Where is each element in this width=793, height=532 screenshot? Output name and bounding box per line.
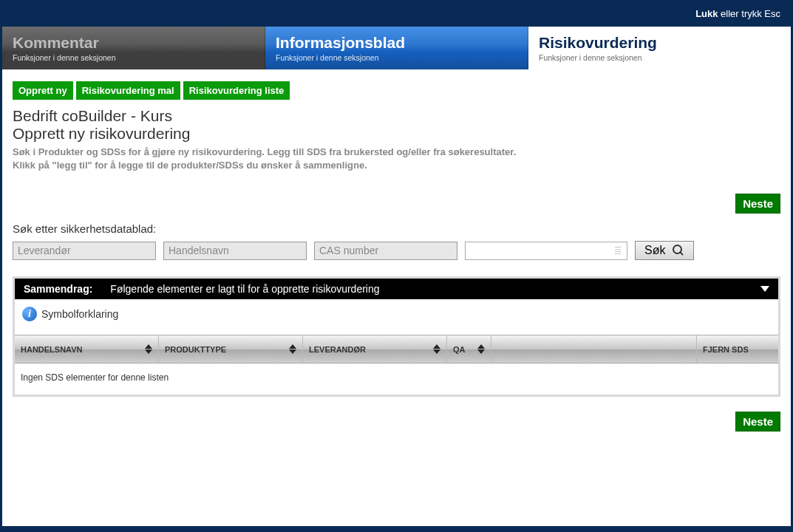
search-section-label: Søk etter sikkerhetsdatablad: — [13, 222, 780, 235]
next-button-top[interactable]: Neste — [735, 194, 780, 214]
legend-row: i Symbolforklaring — [15, 299, 778, 335]
search-icon — [673, 245, 684, 256]
close-bold: Lukk — [695, 8, 718, 19]
th-empty — [491, 335, 697, 363]
cas-input[interactable] — [314, 242, 457, 260]
tab-risikovurdering[interactable]: Risikovurdering Funksjoner i denne seksj… — [528, 27, 791, 69]
risikovurdering-liste-button[interactable]: Risikovurdering liste — [183, 81, 290, 100]
tab-info-title: Informasjonsblad — [276, 34, 517, 52]
search-row: Søk — [13, 241, 780, 260]
sort-down-icon — [477, 349, 485, 354]
sort-produkttype[interactable] — [289, 344, 296, 354]
close-hint: eller trykk Esc — [718, 8, 780, 19]
tab-kommentar-sub: Funksjoner i denne seksjonen — [13, 53, 254, 62]
summary-label: Sammendrag: — [24, 283, 92, 295]
instructions: Søk i Produkter og SDSs for å gjøre ny r… — [13, 146, 780, 171]
instructions-line1: Søk i Produkter og SDSs for å gjøre ny r… — [13, 146, 780, 159]
info-icon[interactable]: i — [22, 307, 37, 321]
section-tabs: Kommentar Funksjoner i denne seksjonen I… — [2, 27, 791, 69]
sort-qa[interactable] — [477, 344, 485, 354]
summary-text: Følgende elementer er lagt til for å opp… — [110, 283, 760, 295]
th-qa[interactable]: QA — [447, 335, 491, 363]
chevron-down-icon[interactable] — [760, 286, 769, 292]
opprett-ny-button[interactable]: Opprett ny — [13, 81, 73, 100]
page-title-company: Bedrift coBuilder - Kurs — [13, 107, 780, 125]
tab-kommentar[interactable]: Kommentar Funksjoner i denne seksjonen — [2, 27, 265, 69]
search-button-label: Søk — [644, 244, 665, 257]
th-fjern-label: FJERN SDS — [703, 345, 749, 354]
th-leverandor[interactable]: LEVERANDØR — [303, 335, 447, 363]
table-empty-message: Ingen SDS elementer for denne listen — [15, 364, 778, 395]
th-qa-label: QA — [453, 345, 466, 354]
filter-dropdown[interactable] — [465, 242, 627, 260]
tab-risiko-sub: Funksjoner i denne seksjonen — [539, 53, 780, 62]
top-bar: Lukk eller trykk Esc — [2, 2, 791, 27]
th-fjern-sds: FJERN SDS — [697, 335, 778, 363]
tab-kommentar-title: Kommentar — [13, 34, 254, 52]
th-produkttype-label: PRODUKTTYPE — [165, 345, 226, 354]
sort-down-icon — [289, 349, 296, 354]
supplier-input[interactable] — [13, 242, 156, 260]
next-button-bottom[interactable]: Neste — [735, 412, 780, 432]
search-button[interactable]: Søk — [635, 241, 694, 260]
sort-down-icon — [145, 349, 152, 354]
risikovurdering-mal-button[interactable]: Risikovurdering mal — [76, 81, 180, 100]
tab-info-sub: Funksjoner i denne seksjonen — [276, 53, 517, 62]
sort-down-icon — [433, 349, 440, 354]
sort-handelsnavn[interactable] — [145, 344, 152, 354]
sort-up-icon — [433, 344, 440, 349]
sort-up-icon — [145, 344, 152, 349]
close-link[interactable]: Lukk eller trykk Esc — [695, 8, 780, 19]
legend-link[interactable]: Symbolforklaring — [41, 308, 118, 320]
sort-up-icon — [289, 344, 296, 349]
summary-box: Sammendrag: Følgende elementer er lagt t… — [13, 276, 780, 397]
tab-informasjonsblad[interactable]: Informasjonsblad Funksjoner i denne seks… — [265, 27, 528, 69]
th-handelsnavn-label: HANDELSNAVN — [21, 345, 83, 354]
tab-risiko-title: Risikovurdering — [539, 34, 780, 52]
sort-leverandor[interactable] — [433, 344, 440, 354]
tradename-input[interactable] — [163, 242, 307, 260]
th-leverandor-label: LEVERANDØR — [309, 345, 366, 354]
table-header-row: HANDELSNAVN PRODUKTTYPE LEVERANDØR — [15, 335, 778, 364]
summary-header: Sammendrag: Følgende elementer er lagt t… — [15, 279, 778, 299]
page-title-action: Opprett ny risikovurdering — [13, 125, 780, 143]
sort-up-icon — [477, 344, 485, 349]
th-handelsnavn[interactable]: HANDELSNAVN — [15, 335, 159, 363]
instructions-line2: Klikk på "legg til" for å legge til de p… — [13, 159, 780, 172]
action-buttons: Opprett ny Risikovurdering mal Risikovur… — [13, 81, 780, 100]
th-produkttype[interactable]: PRODUKTTYPE — [159, 335, 303, 363]
main-panel: Opprett ny Risikovurdering mal Risikovur… — [2, 69, 791, 526]
